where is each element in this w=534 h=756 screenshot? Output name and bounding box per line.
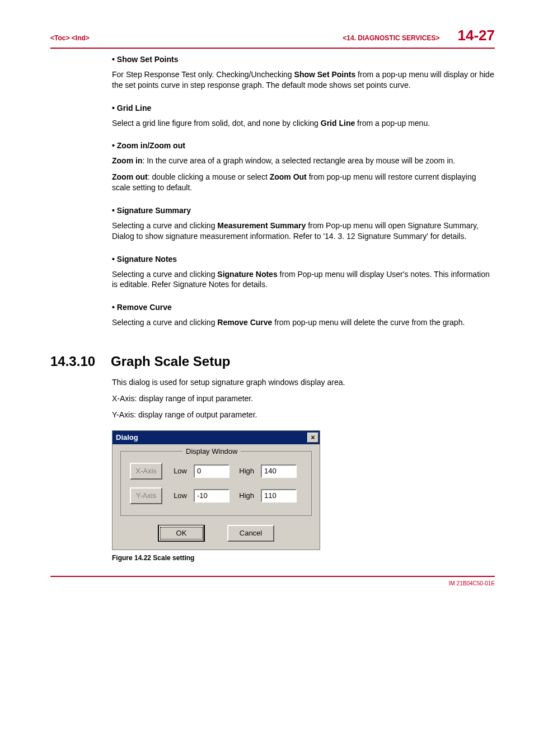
text: Selecting a curve and clicking bbox=[112, 221, 217, 230]
text: Selecting a curve and clicking bbox=[112, 318, 217, 327]
x-low-label: Low bbox=[169, 466, 187, 476]
section-number: 14.3.10 bbox=[50, 354, 95, 369]
section-heading: 14.3.10 Graph Scale Setup bbox=[50, 354, 495, 369]
footer-doc-id: IM 21B04C50-01E bbox=[50, 580, 495, 586]
heading-grid-line: Grid Line bbox=[112, 103, 495, 114]
text: Select a grid line figure from solid, do… bbox=[112, 119, 321, 128]
x-axis-button[interactable]: X-Axis bbox=[130, 463, 162, 480]
text-bold: Zoom in bbox=[112, 156, 142, 165]
x-low-input[interactable] bbox=[194, 464, 229, 478]
groupbox-legend: Display Window bbox=[182, 447, 241, 457]
text: : double clicking a mouse or select bbox=[148, 172, 270, 181]
heading-show-set-points: Show Set Points bbox=[112, 54, 495, 65]
page-header: <Toc> <Ind> <14. DIAGNOSTIC SERVICES> 14… bbox=[50, 27, 495, 44]
dialog-title-text: Dialog bbox=[116, 433, 138, 443]
text-bold: Zoom out bbox=[112, 172, 148, 181]
x-high-input[interactable] bbox=[261, 464, 297, 478]
page-number: 14-27 bbox=[458, 27, 495, 44]
para-grid-line: Select a grid line figure from solid, do… bbox=[112, 118, 495, 129]
scale-dialog: Dialog × Display Window X-Axis Low High bbox=[112, 430, 320, 550]
y-high-label: High bbox=[236, 491, 254, 501]
ok-button[interactable]: OK bbox=[158, 525, 205, 542]
text: For Step Response Test only. Checking/Un… bbox=[112, 70, 294, 79]
x-high-label: High bbox=[236, 466, 254, 476]
y-axis-button[interactable]: Y-Axis bbox=[130, 487, 162, 504]
ok-button-label: OK bbox=[159, 525, 204, 541]
dialog-titlebar: Dialog × bbox=[113, 431, 320, 444]
para-remove-curve: Selecting a curve and clicking Remove Cu… bbox=[112, 317, 495, 328]
text-bold: Zoom Out bbox=[270, 172, 307, 181]
figure-caption: Figure 14.22 Scale setting bbox=[112, 553, 495, 562]
display-window-group: Display Window X-Axis Low High Y-Axis Lo… bbox=[120, 451, 312, 516]
para-xaxis-desc: X-Axis: display range of input parameter… bbox=[112, 393, 495, 404]
close-icon: × bbox=[311, 434, 315, 441]
cancel-button[interactable]: Cancel bbox=[227, 525, 274, 542]
text: Selecting a curve and clicking bbox=[112, 270, 217, 279]
header-section-title: <14. DIAGNOSTIC SERVICES> bbox=[343, 34, 439, 42]
text-bold: Grid Line bbox=[321, 119, 355, 128]
para-scale-intro: This dialog is used for setup signature … bbox=[112, 377, 495, 388]
text-bold: Signature Notes bbox=[217, 270, 277, 279]
para-sig-notes: Selecting a curve and clicking Signature… bbox=[112, 269, 495, 290]
heading-remove-curve: Remove Curve bbox=[112, 302, 495, 313]
heading-zoom: Zoom in/Zoom out bbox=[112, 140, 495, 151]
section-title: Graph Scale Setup bbox=[111, 354, 230, 369]
para-zoom-in: Zoom in: In the curve area of a graph wi… bbox=[112, 156, 495, 166]
para-sig-summary: Selecting a curve and clicking Measureme… bbox=[112, 220, 495, 242]
footer-rule bbox=[50, 576, 495, 577]
heading-sig-notes: Signature Notes bbox=[112, 254, 495, 265]
close-button[interactable]: × bbox=[307, 433, 318, 443]
y-high-input[interactable] bbox=[261, 489, 297, 503]
y-axis-row: Y-Axis Low High bbox=[130, 487, 302, 504]
text-bold: Measurement Summary bbox=[217, 221, 306, 230]
header-rule bbox=[50, 48, 495, 49]
header-toc-ind[interactable]: <Toc> <Ind> bbox=[50, 34, 90, 42]
text: : In the curve area of a graph window, a… bbox=[142, 156, 455, 165]
text: from pop-up menu will delete the curve f… bbox=[272, 318, 465, 327]
para-yaxis-desc: Y-Axis: display range of output paramete… bbox=[112, 410, 495, 420]
y-low-input[interactable] bbox=[194, 489, 229, 503]
heading-sig-summary: Signature Summary bbox=[112, 205, 495, 216]
text-bold: Show Set Points bbox=[294, 70, 356, 79]
para-zoom-out: Zoom out: double clicking a mouse or sel… bbox=[112, 172, 495, 193]
para-show-set-points: For Step Response Test only. Checking/Un… bbox=[112, 69, 495, 91]
text-bold: Remove Curve bbox=[217, 318, 272, 327]
x-axis-row: X-Axis Low High bbox=[130, 463, 302, 480]
y-low-label: Low bbox=[169, 491, 187, 501]
text: from a pop-up menu. bbox=[355, 119, 430, 128]
